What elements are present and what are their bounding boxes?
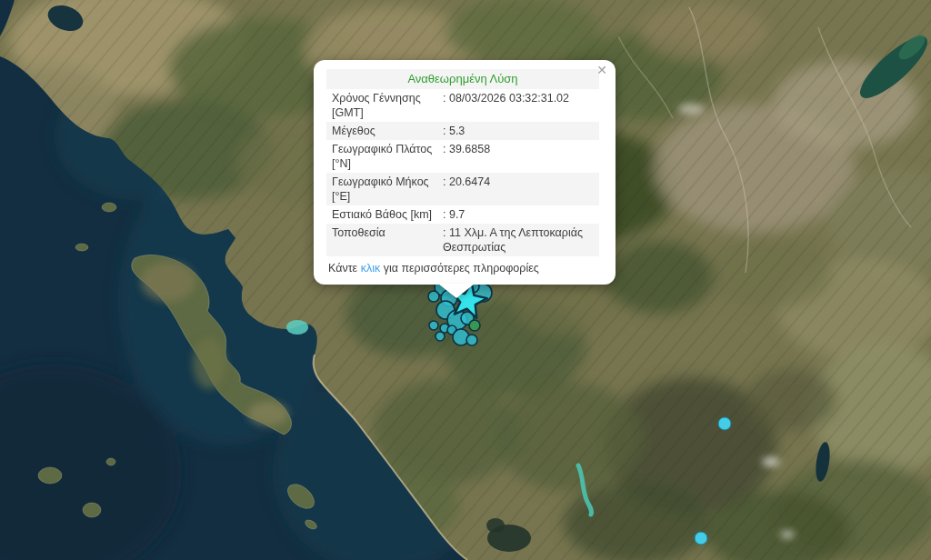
row-value: : 5.3	[441, 124, 594, 138]
quake-dot[interactable]	[718, 417, 731, 430]
row-value: : 39.6858	[441, 142, 594, 171]
row-value: : 20.6474	[441, 175, 594, 204]
quake-circle[interactable]	[469, 320, 480, 331]
row-depth: Εστιακό Βάθος [km] : 9.7	[326, 205, 599, 224]
more-info-link[interactable]: κλικ	[361, 262, 381, 275]
footer-text-pre: Κάντε	[328, 262, 361, 275]
quake-circle[interactable]	[435, 332, 445, 341]
footer-text-post: για περισσότερες πληροφορίες	[380, 262, 539, 275]
quake-circle[interactable]	[466, 335, 477, 345]
quake-circle[interactable]	[429, 321, 438, 330]
row-label: Γεωγραφικό Μήκος [°E]	[332, 175, 439, 204]
row-label: Τοποθεσία	[332, 225, 439, 255]
row-origin-time: Χρόνος Γέννησης [GMT] : 08/03/2026 03:32…	[326, 89, 599, 122]
row-longitude: Γεωγραφικό Μήκος [°E] : 20.6474	[326, 173, 599, 205]
row-value: : 08/03/2026 03:32:31.02	[441, 91, 594, 120]
row-label: Γεωγραφικό Πλάτος [°N]	[332, 142, 439, 171]
row-label: Μέγεθος	[332, 124, 439, 138]
row-label: Εστιακό Βάθος [km]	[332, 207, 439, 222]
row-value: : 9.7	[441, 207, 594, 222]
popup-title: Αναθεωρημένη Λύση	[326, 69, 599, 89]
row-value: : 11 Χλμ. Α της Λεπτοκαριάς Θεσπρωτίας	[441, 225, 594, 255]
row-label: Χρόνος Γέννησης [GMT]	[332, 91, 439, 120]
popup-tail	[438, 284, 475, 298]
close-icon[interactable]: ✕	[596, 64, 607, 76]
row-location: Τοποθεσία : 11 Χλμ. Α της Λεπτοκαριάς Θε…	[326, 224, 599, 256]
earthquake-popup: ✕ Αναθεωρημένη Λύση Χρόνος Γέννησης [GMT…	[314, 60, 616, 285]
quake-dot[interactable]	[695, 532, 707, 545]
row-latitude: Γεωγραφικό Πλάτος [°N] : 39.6858	[326, 140, 599, 173]
row-magnitude: Μέγεθος : 5.3	[326, 122, 599, 140]
popup-footer: Κάντε κλικ για περισσότερες πληροφορίες	[326, 261, 599, 275]
